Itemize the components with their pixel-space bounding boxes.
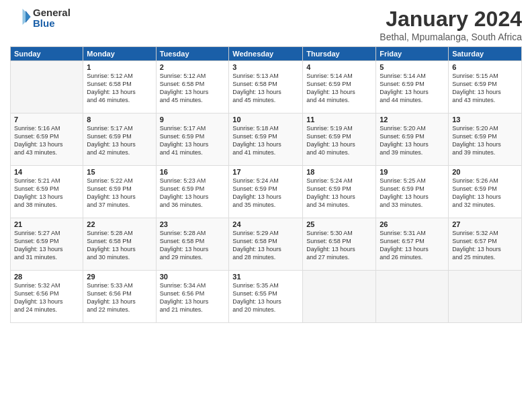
day-number: 24 <box>232 220 299 228</box>
day-number: 10 <box>232 116 299 124</box>
day-cell: 10Sunrise: 5:18 AM Sunset: 6:59 PM Dayli… <box>229 113 303 166</box>
day-info: Sunrise: 5:13 AM Sunset: 6:58 PM Dayligh… <box>232 72 299 105</box>
day-cell: 1Sunrise: 5:12 AM Sunset: 6:58 PM Daylig… <box>83 61 156 113</box>
day-cell: 27Sunrise: 5:32 AM Sunset: 6:57 PM Dayli… <box>449 218 522 271</box>
day-cell: 14Sunrise: 5:21 AM Sunset: 6:59 PM Dayli… <box>11 166 83 218</box>
day-info: Sunrise: 5:35 AM Sunset: 6:55 PM Dayligh… <box>232 281 299 314</box>
day-number: 11 <box>306 116 372 124</box>
day-number: 18 <box>306 168 372 176</box>
logo: General Blue <box>10 7 71 30</box>
day-number: 7 <box>14 116 79 124</box>
day-info: Sunrise: 5:20 AM Sunset: 6:59 PM Dayligh… <box>452 124 518 157</box>
day-cell: 25Sunrise: 5:30 AM Sunset: 6:58 PM Dayli… <box>303 218 376 271</box>
day-number: 2 <box>160 63 226 71</box>
day-info: Sunrise: 5:14 AM Sunset: 6:59 PM Dayligh… <box>380 72 445 105</box>
day-number: 31 <box>232 273 299 281</box>
day-cell: 26Sunrise: 5:31 AM Sunset: 6:57 PM Dayli… <box>376 218 449 271</box>
day-info: Sunrise: 5:19 AM Sunset: 6:59 PM Dayligh… <box>306 124 372 157</box>
day-number: 16 <box>160 168 226 176</box>
week-row-1: 7Sunrise: 5:16 AM Sunset: 6:59 PM Daylig… <box>11 113 522 166</box>
day-cell: 17Sunrise: 5:24 AM Sunset: 6:59 PM Dayli… <box>229 166 303 218</box>
day-cell: 3Sunrise: 5:13 AM Sunset: 6:58 PM Daylig… <box>229 61 303 113</box>
day-number: 6 <box>452 63 518 71</box>
day-info: Sunrise: 5:21 AM Sunset: 6:59 PM Dayligh… <box>14 177 79 210</box>
header-sunday: Sunday <box>11 47 83 61</box>
header-saturday: Saturday <box>449 47 522 61</box>
day-number: 29 <box>87 273 152 281</box>
page: General Blue January 2024 Bethal, Mpumal… <box>0 0 532 411</box>
day-cell: 20Sunrise: 5:26 AM Sunset: 6:59 PM Dayli… <box>449 166 522 218</box>
day-number: 12 <box>380 116 445 124</box>
day-info: Sunrise: 5:12 AM Sunset: 6:58 PM Dayligh… <box>160 72 226 105</box>
day-cell: 23Sunrise: 5:28 AM Sunset: 6:58 PM Dayli… <box>156 218 229 271</box>
day-cell: 6Sunrise: 5:15 AM Sunset: 6:59 PM Daylig… <box>449 61 522 113</box>
day-info: Sunrise: 5:28 AM Sunset: 6:58 PM Dayligh… <box>160 229 226 262</box>
day-cell: 4Sunrise: 5:14 AM Sunset: 6:59 PM Daylig… <box>303 61 376 113</box>
day-info: Sunrise: 5:23 AM Sunset: 6:59 PM Dayligh… <box>160 177 226 210</box>
header-wednesday: Wednesday <box>229 47 303 61</box>
day-info: Sunrise: 5:33 AM Sunset: 6:56 PM Dayligh… <box>87 281 152 314</box>
day-number: 17 <box>232 168 299 176</box>
calendar-table: SundayMondayTuesdayWednesdayThursdayFrid… <box>10 46 522 323</box>
day-info: Sunrise: 5:20 AM Sunset: 6:59 PM Dayligh… <box>380 124 445 157</box>
day-cell <box>449 271 522 323</box>
svg-marker-1 <box>23 9 31 25</box>
day-info: Sunrise: 5:30 AM Sunset: 6:58 PM Dayligh… <box>306 229 372 262</box>
day-number: 21 <box>14 220 79 228</box>
day-info: Sunrise: 5:27 AM Sunset: 6:59 PM Dayligh… <box>14 229 79 262</box>
day-cell: 29Sunrise: 5:33 AM Sunset: 6:56 PM Dayli… <box>83 271 156 323</box>
day-number: 28 <box>14 273 79 281</box>
day-number: 26 <box>380 220 445 228</box>
day-cell: 5Sunrise: 5:14 AM Sunset: 6:59 PM Daylig… <box>376 61 449 113</box>
day-cell: 30Sunrise: 5:34 AM Sunset: 6:56 PM Dayli… <box>156 271 229 323</box>
header: General Blue January 2024 Bethal, Mpumal… <box>10 7 522 42</box>
day-cell: 2Sunrise: 5:12 AM Sunset: 6:58 PM Daylig… <box>156 61 229 113</box>
day-number: 5 <box>380 63 445 71</box>
header-thursday: Thursday <box>303 47 376 61</box>
day-cell: 9Sunrise: 5:17 AM Sunset: 6:59 PM Daylig… <box>156 113 229 166</box>
day-number: 15 <box>87 168 152 176</box>
day-cell: 22Sunrise: 5:28 AM Sunset: 6:58 PM Dayli… <box>83 218 156 271</box>
day-number: 19 <box>380 168 445 176</box>
day-cell: 31Sunrise: 5:35 AM Sunset: 6:55 PM Dayli… <box>229 271 303 323</box>
title-block: January 2024 Bethal, Mpumalanga, South A… <box>380 7 522 42</box>
day-number: 14 <box>14 168 79 176</box>
header-monday: Monday <box>83 47 156 61</box>
day-number: 9 <box>160 116 226 124</box>
day-number: 3 <box>232 63 299 71</box>
day-info: Sunrise: 5:32 AM Sunset: 6:56 PM Dayligh… <box>14 281 79 314</box>
day-cell <box>303 271 376 323</box>
day-cell: 15Sunrise: 5:22 AM Sunset: 6:59 PM Dayli… <box>83 166 156 218</box>
day-cell: 21Sunrise: 5:27 AM Sunset: 6:59 PM Dayli… <box>11 218 83 271</box>
week-row-3: 21Sunrise: 5:27 AM Sunset: 6:59 PM Dayli… <box>11 218 522 271</box>
day-number: 13 <box>452 116 518 124</box>
day-info: Sunrise: 5:28 AM Sunset: 6:58 PM Dayligh… <box>87 229 152 262</box>
day-number: 22 <box>87 220 152 228</box>
day-number: 20 <box>452 168 518 176</box>
week-row-4: 28Sunrise: 5:32 AM Sunset: 6:56 PM Dayli… <box>11 271 522 323</box>
day-number: 4 <box>306 63 372 71</box>
day-info: Sunrise: 5:14 AM Sunset: 6:59 PM Dayligh… <box>306 72 372 105</box>
day-info: Sunrise: 5:29 AM Sunset: 6:58 PM Dayligh… <box>232 229 299 262</box>
logo-text-line2: Blue <box>33 18 71 30</box>
day-cell: 8Sunrise: 5:17 AM Sunset: 6:59 PM Daylig… <box>83 113 156 166</box>
logo-icon <box>11 7 32 27</box>
day-cell: 12Sunrise: 5:20 AM Sunset: 6:59 PM Dayli… <box>376 113 449 166</box>
day-info: Sunrise: 5:18 AM Sunset: 6:59 PM Dayligh… <box>232 124 299 157</box>
header-tuesday: Tuesday <box>156 47 229 61</box>
day-info: Sunrise: 5:31 AM Sunset: 6:57 PM Dayligh… <box>380 229 445 262</box>
header-friday: Friday <box>376 47 449 61</box>
day-info: Sunrise: 5:32 AM Sunset: 6:57 PM Dayligh… <box>452 229 518 262</box>
day-number: 25 <box>306 220 372 228</box>
day-info: Sunrise: 5:24 AM Sunset: 6:59 PM Dayligh… <box>306 177 372 210</box>
day-info: Sunrise: 5:22 AM Sunset: 6:59 PM Dayligh… <box>87 177 152 210</box>
day-cell <box>376 271 449 323</box>
day-cell: 7Sunrise: 5:16 AM Sunset: 6:59 PM Daylig… <box>11 113 83 166</box>
day-info: Sunrise: 5:16 AM Sunset: 6:59 PM Dayligh… <box>14 124 79 157</box>
day-number: 8 <box>87 116 152 124</box>
day-info: Sunrise: 5:24 AM Sunset: 6:59 PM Dayligh… <box>232 177 299 210</box>
day-cell: 13Sunrise: 5:20 AM Sunset: 6:59 PM Dayli… <box>449 113 522 166</box>
calendar-subtitle: Bethal, Mpumalanga, South Africa <box>380 32 522 42</box>
day-number: 30 <box>160 273 226 281</box>
day-cell: 24Sunrise: 5:29 AM Sunset: 6:58 PM Dayli… <box>229 218 303 271</box>
